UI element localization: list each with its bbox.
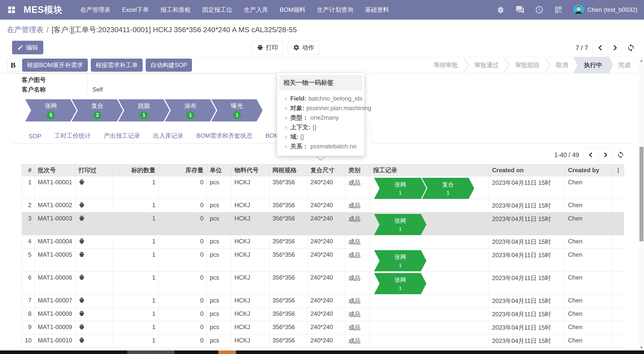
form-pager-prev-button[interactable] [593,41,608,55]
table-row[interactable]: 2MAT1-0000210pcsHCKJ356*356240*240成品2023… [22,199,624,212]
cell-target-qty: 1 [112,235,159,249]
status-steps: 等待审批审批通过审批驳回取消执行中完成 [429,57,635,73]
vertical-scrollbar[interactable]: ▲ ▼ [639,57,644,350]
activity-clock-icon[interactable] [535,6,544,14]
workflow-stage-3[interactable]: 脱脂1 [118,99,170,121]
edit-button[interactable]: 编辑 [12,41,43,54]
cell-created-on: 2023年04月11日 15时 [489,272,565,294]
tab-2[interactable]: 工时工价统计 [48,128,97,143]
scroll-up-icon[interactable]: ▲ [639,58,644,63]
column-header-5[interactable]: 库存量 [159,164,207,176]
cell-composite-size: 240*240 [307,272,345,294]
work-record-arrow[interactable]: 张网1 [374,273,426,294]
work-record-arrow[interactable]: 复合1 [422,178,474,199]
status-step-5[interactable]: 执行中 [573,57,613,73]
status-action-button-1[interactable]: 根据BOM展开补需求 [22,59,88,72]
status-action-button-2[interactable]: 根据需求补工单 [91,59,143,72]
cell-batch-no: MAT1-00005 [35,249,75,272]
cell-frame-spec: 356*356 [269,321,307,334]
status-step-3[interactable]: 审批驳回 [510,57,544,73]
action-button[interactable]: 动作 [288,41,319,54]
work-record-arrow[interactable]: 张网1 [374,178,426,199]
field-label-customer-drawing: 客户图号 [13,76,88,84]
column-header-3[interactable]: 打印过 [75,164,112,176]
workflow-stage-2[interactable]: 复合2 [72,99,123,121]
column-header-6[interactable]: 单位 [207,164,231,176]
column-header-10[interactable]: 类别 [345,164,370,176]
column-header-11[interactable]: 报工记录 [370,164,489,176]
print-button[interactable]: 打印 [252,41,283,54]
tab-1[interactable]: SOP [22,129,48,143]
table-row[interactable]: 7MAT1-0000710pcsHCKJ356*356240*240成品2023… [22,294,624,308]
app-title[interactable]: MES模块 [24,4,63,16]
user-menu[interactable]: Chen (test_b0032) [573,5,637,15]
table-row[interactable]: 9MAT1-0000910pcsHCKJ356*356240*240成品2023… [22,321,624,334]
topbar-menu-item-8[interactable]: 基础资料 [365,6,389,14]
printed-icon [78,324,85,330]
topbar-menu-item-3[interactable]: 报工和质检 [160,6,191,14]
table-row[interactable]: 10MAT1-0001010pcsHCKJ356*356240*240成品202… [22,334,624,348]
tab-5[interactable]: BOM需求和齐套状态 [190,128,259,143]
topbar-menu-item-6[interactable]: BOM领料 [280,6,306,14]
topbar-menu-item-2[interactable]: Excel下单 [122,6,149,14]
field-value-customer-drawing[interactable] [88,75,276,85]
scrollbar-thumb[interactable] [639,147,643,241]
status-action-button-3[interactable]: 自动构建SOP [146,59,192,72]
column-header-4[interactable]: 标的数量 [112,164,159,176]
table-row[interactable]: 6MAT1-0000610pcsHCKJ356*356240*240成品张网12… [22,272,624,294]
cell-options [612,249,624,272]
list-pager-prev-button[interactable] [583,148,598,162]
list-pager-next-button[interactable] [598,148,613,162]
apps-grid-icon[interactable] [7,5,17,15]
messages-icon[interactable] [515,5,525,14]
field-value-customer-name[interactable]: Self [88,85,276,94]
status-step-6[interactable]: 完成 [613,57,635,73]
cell-batch-no: MAT1-00002 [35,199,75,212]
column-header-2[interactable]: 批次号 [35,164,75,176]
status-step-4[interactable]: 取消 [551,57,573,73]
bold-button[interactable]: B [7,58,19,72]
table-row[interactable]: 1MAT1-0000110pcsHCKJ356*356240*240成品张网1复… [22,176,624,199]
breadcrumb-parent-link[interactable]: 在产管理表 [7,25,44,35]
chevron-right-icon [602,152,609,158]
work-record-arrow[interactable]: 张网1 [374,214,426,235]
column-header-13[interactable]: Created by [565,164,612,176]
bug-icon[interactable] [496,6,505,14]
column-header-7[interactable]: 物料代号 [231,164,269,176]
topbar-menu-item-1[interactable]: 在产管理表 [80,6,110,14]
column-options-button[interactable] [612,164,624,176]
workflow-stage-5[interactable]: 曝光1 [211,99,263,121]
column-header-8[interactable]: 网框规格 [269,164,307,176]
step-divider-icon [504,57,510,73]
status-step-2[interactable]: 审批通过 [469,57,504,73]
work-record-arrow[interactable]: 张网1 [374,250,426,271]
table-row[interactable]: 8MAT1-0000810pcsHCKJ356*356240*240成品2023… [22,308,624,321]
tab-3[interactable]: 产出报工记录 [97,128,147,143]
cell-target-qty: 1 [112,272,159,294]
cell-frame-spec: 356*356 [269,176,307,199]
cell-index: 3 [22,212,35,235]
table-row[interactable]: 3MAT1-0000310pcsHCKJ356*356240*240成品张网12… [22,212,624,235]
table-row[interactable]: 5MAT1-0000510pcsHCKJ356*356240*240成品张网12… [22,249,624,272]
cell-work-records [370,235,489,249]
form-pager-next-button[interactable] [608,41,622,55]
tab-4[interactable]: 出入库记录 [147,128,190,143]
gear-icon [293,44,300,51]
column-header-1[interactable]: # [22,164,35,176]
column-header-12[interactable]: Created on [489,164,565,176]
qr-code-icon[interactable] [554,6,563,14]
printed-icon [78,179,85,185]
list-refresh-icon[interactable] [617,151,624,159]
column-header-9[interactable]: 复合尺寸 [307,164,345,176]
topbar-menu-item-4[interactable]: 固定报工位 [202,6,232,14]
topbar-menu-item-7[interactable]: 生产计划查询 [317,6,353,14]
cell-batch-no: MAT1-00008 [35,308,75,321]
scroll-down-icon[interactable]: ▼ [639,345,644,349]
table-row[interactable]: 4MAT1-0000410pcsHCKJ356*356240*240成品2023… [22,235,624,249]
cell-stock-qty: 0 [159,294,207,308]
topbar-menu-item-5[interactable]: 生产入库 [244,6,268,14]
workflow-stage-4[interactable]: 涂布1 [165,99,216,121]
workflow-stage-1[interactable]: 张网5 [25,99,76,121]
refresh-icon[interactable] [627,44,635,52]
status-step-1[interactable]: 等待审批 [429,57,463,73]
